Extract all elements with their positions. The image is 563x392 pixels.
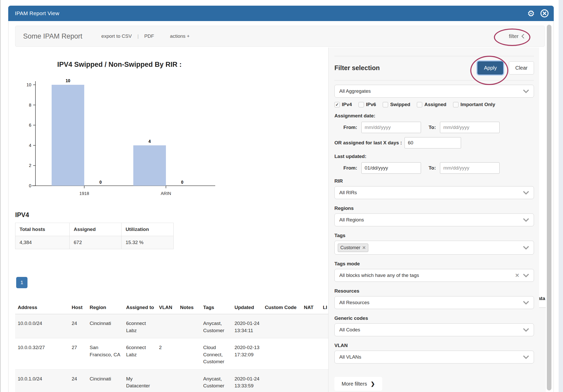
- last-updated-to-label: To:: [429, 165, 436, 171]
- clear-selection-icon[interactable]: ✕: [515, 272, 519, 278]
- assignment-from-input[interactable]: [361, 122, 421, 133]
- table-row[interactable]: 10.0.0.0/24 24 Cincinnati 6connect Labz …: [15, 314, 336, 338]
- assignment-to-input[interactable]: [440, 122, 500, 133]
- cell-notes: [177, 338, 201, 370]
- summary-col-utilization: Utilization: [121, 223, 174, 236]
- svg-text:2: 2: [29, 163, 31, 168]
- cell-assigned-to: My Datacenter: [124, 369, 156, 392]
- toolbar-separator: |: [137, 33, 139, 39]
- last-updated-from-input[interactable]: [361, 162, 421, 174]
- blocks-table-wrap: Address Host Region Assigned to VLAN Not…: [15, 302, 336, 392]
- cell-vlan: [156, 369, 177, 392]
- svg-text:4: 4: [29, 143, 31, 148]
- last-updated-to-input[interactable]: [440, 162, 500, 174]
- tags-select[interactable]: Customer ✕: [334, 241, 534, 255]
- filter-toggle[interactable]: filter: [509, 33, 524, 39]
- checkbox-assigned[interactable]: Assigned: [417, 102, 446, 107]
- checkbox-important-only-label: Important Only: [461, 102, 495, 107]
- scrollbar-thumb[interactable]: [547, 25, 551, 390]
- col-updated[interactable]: Updated: [232, 302, 262, 314]
- col-custom-code[interactable]: Custom Code: [262, 302, 301, 314]
- table-row[interactable]: 10.0.1.0/24 24 Cincinnati My Datacenter …: [15, 369, 336, 392]
- gear-icon[interactable]: ⚙: [527, 9, 535, 18]
- col-nat[interactable]: NAT: [301, 302, 320, 314]
- apply-button[interactable]: Apply: [477, 61, 503, 74]
- col-region[interactable]: Region: [87, 302, 124, 314]
- rir-select[interactable]: All RIRs: [334, 186, 534, 199]
- chevron-down-icon: [523, 246, 529, 250]
- report-title: Some IPAM Report: [23, 32, 82, 40]
- filter-toggle-label: filter: [509, 33, 519, 39]
- last-updated-row: From: To:: [334, 162, 534, 174]
- filter-panel: Filter selection Apply Clear All Aggrega…: [328, 48, 539, 392]
- actions-menu[interactable]: actions +: [170, 33, 190, 39]
- remove-tag-icon[interactable]: ✕: [362, 245, 366, 250]
- clear-button[interactable]: Clear: [509, 61, 534, 74]
- col-vlan[interactable]: VLAN: [156, 302, 177, 314]
- cell-assigned-to: 6connect Labz: [124, 314, 156, 338]
- resources-select[interactable]: All Resources: [334, 296, 534, 309]
- cell-nat: [301, 369, 320, 392]
- checkbox-swipped-box: [383, 102, 388, 107]
- assignment-from-label: From:: [343, 125, 357, 130]
- cell-custom-code: [262, 369, 301, 392]
- svg-text:1918: 1918: [79, 191, 89, 196]
- svg-text:10: 10: [66, 79, 70, 83]
- chevron-down-icon: [523, 218, 529, 222]
- generic-codes-label: Generic codes: [334, 315, 534, 321]
- checkbox-important-only[interactable]: Important Only: [453, 102, 495, 107]
- blocks-table: Address Host Region Assigned to VLAN Not…: [15, 302, 336, 392]
- rir-label: RIR: [334, 178, 534, 184]
- ipv4-summary-heading: IPV4: [15, 211, 174, 219]
- close-icon[interactable]: [540, 9, 549, 18]
- col-notes[interactable]: Notes: [177, 302, 201, 314]
- col-assigned-to[interactable]: Assigned to: [124, 302, 156, 314]
- panel-divider: [334, 80, 534, 80]
- summary-col-assigned: Assigned: [70, 223, 121, 236]
- chevron-left-icon: [521, 34, 524, 39]
- more-filters-button[interactable]: More filters ❯: [334, 377, 382, 391]
- or-days-input[interactable]: [405, 137, 461, 148]
- vlan-select[interactable]: All VLANs: [334, 351, 534, 363]
- aggregates-select-value: All Aggregates: [339, 88, 371, 94]
- report-toolbar: Some IPAM Report export to CSV | PDF act…: [15, 26, 545, 47]
- svg-text:10: 10: [26, 82, 31, 87]
- checkbox-ipv6[interactable]: IPv6: [359, 102, 376, 107]
- checkbox-swipped[interactable]: Swipped: [383, 102, 410, 107]
- svg-text:8: 8: [29, 103, 31, 108]
- last-updated-label: Last updated:: [334, 154, 534, 159]
- svg-text:0: 0: [99, 180, 102, 184]
- export-csv-link[interactable]: export to CSV: [101, 33, 132, 39]
- filter-panel-header: Filter selection Apply Clear: [334, 61, 534, 74]
- col-tags[interactable]: Tags: [201, 302, 232, 314]
- cell-notes: [177, 369, 201, 392]
- table-row[interactable]: 10.0.0.32/27 27 San Francisco, CA 6conne…: [15, 338, 336, 370]
- generic-codes-select[interactable]: All Codes: [334, 323, 534, 336]
- panel-divider: [334, 56, 534, 56]
- aggregates-select[interactable]: All Aggregates: [334, 85, 534, 98]
- cell-tags: Cloud Connect, Customer: [201, 338, 232, 370]
- svg-text:0: 0: [29, 183, 31, 188]
- checkbox-ipv4[interactable]: IPv4: [334, 102, 352, 107]
- cell-custom-code: [262, 338, 301, 370]
- tags-mode-select[interactable]: All blocks which have any of the tags ✕: [334, 269, 534, 282]
- tag-chip-label: Customer: [340, 245, 360, 250]
- col-address[interactable]: Address: [15, 302, 69, 314]
- chevron-down-icon: [523, 274, 529, 277]
- pagination-page-1[interactable]: 1: [16, 277, 27, 288]
- rir-select-value: All RIRs: [339, 190, 357, 195]
- tags-label: Tags: [334, 233, 534, 238]
- vlan-label: VLAN: [334, 343, 534, 348]
- export-pdf-link[interactable]: PDF: [144, 33, 154, 39]
- regions-select[interactable]: All Regions: [334, 213, 534, 226]
- tag-chip-customer[interactable]: Customer ✕: [338, 244, 368, 252]
- col-host[interactable]: Host: [69, 302, 87, 314]
- window-titlebar: IPAM Report View ⚙: [8, 6, 554, 21]
- checkbox-swipped-label: Swipped: [390, 102, 410, 107]
- last-updated-from-label: From:: [343, 165, 357, 171]
- cell-region: Cincinnati: [87, 369, 124, 392]
- cell-nat: [301, 314, 320, 338]
- vertical-scrollbar[interactable]: [547, 25, 551, 390]
- window-body: Some IPAM Report export to CSV | PDF act…: [8, 21, 554, 392]
- resources-label: Resources: [334, 288, 534, 294]
